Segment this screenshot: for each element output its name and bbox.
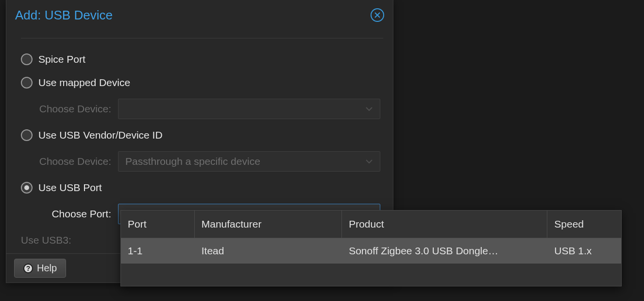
cell-product: Sonoff Zigbee 3.0 USB Dongle… [342, 238, 547, 264]
field-label: Choose Device: [21, 103, 118, 115]
cell-manufacturer: Itead [195, 238, 342, 264]
dialog-title: Add: USB Device [15, 8, 113, 23]
combo-placeholder: Passthrough a specific device [125, 156, 260, 167]
column-header-port[interactable]: Port [121, 211, 195, 238]
radio-label: Spice Port [38, 53, 85, 65]
help-button[interactable]: ? Help [14, 259, 66, 278]
chevron-down-icon [365, 159, 373, 164]
radio-icon [21, 53, 33, 65]
radio-option-usb-port[interactable]: Use USB Port [21, 180, 383, 195]
port-dropdown: Port Manufacturer Product Speed 1-1 Itea… [120, 210, 622, 286]
cell-port: 1-1 [121, 238, 195, 264]
field-choose-device-mapped: Choose Device: [21, 99, 383, 119]
dialog-header: Add: USB Device [6, 0, 393, 30]
field-choose-device-vendor: Choose Device: Passthrough a specific de… [21, 151, 383, 172]
radio-option-spice-port[interactable]: Spice Port [21, 52, 383, 67]
dropdown-row[interactable]: 1-1 Itead Sonoff Zigbee 3.0 USB Dongle… … [121, 238, 621, 264]
field-label: Choose Port: [21, 208, 118, 220]
help-button-label: Help [37, 263, 57, 274]
column-header-speed[interactable]: Speed [547, 211, 621, 238]
dropdown-header: Port Manufacturer Product Speed [121, 211, 621, 238]
close-button[interactable] [371, 8, 384, 22]
vendor-device-combo: Passthrough a specific device [118, 151, 380, 172]
radio-option-mapped-device[interactable]: Use mapped Device [21, 75, 383, 90]
radio-icon [21, 129, 33, 141]
chevron-down-icon [365, 106, 373, 111]
column-header-product[interactable]: Product [342, 211, 547, 238]
close-icon [374, 12, 381, 18]
mapped-device-combo [118, 99, 380, 119]
field-label: Choose Device: [21, 156, 118, 167]
use-usb3-label: Use USB3: [21, 234, 71, 246]
radio-icon [21, 182, 33, 194]
dropdown-footer [121, 264, 621, 286]
radio-icon [21, 77, 33, 89]
help-icon: ? [23, 264, 33, 273]
radio-label: Use USB Vendor/Device ID [38, 129, 163, 141]
radio-label: Use USB Port [38, 182, 102, 194]
separator [21, 38, 383, 38]
radio-option-vendor-device-id[interactable]: Use USB Vendor/Device ID [21, 128, 383, 142]
radio-label: Use mapped Device [38, 77, 130, 89]
cell-speed: USB 1.x [547, 238, 621, 264]
column-header-manufacturer[interactable]: Manufacturer [195, 211, 342, 238]
